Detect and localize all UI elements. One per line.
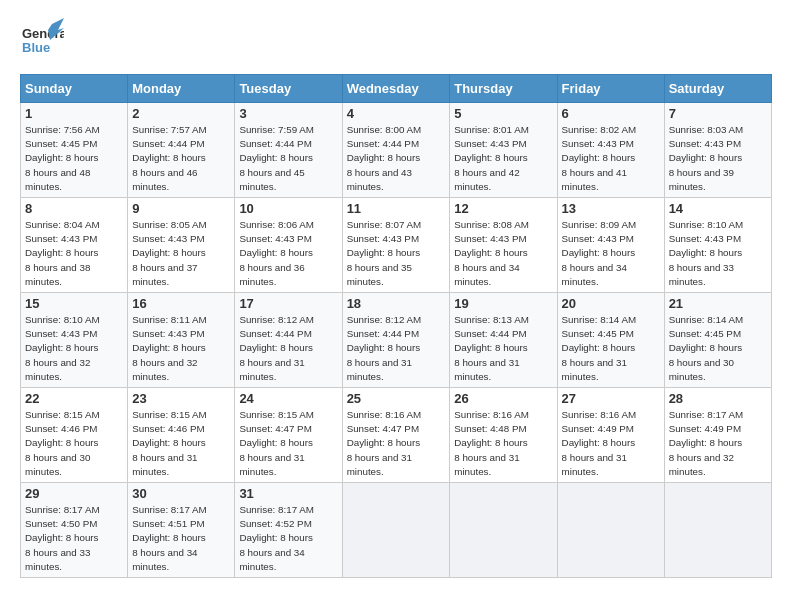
day-info: Sunrise: 8:11 AMSunset: 4:43 PMDaylight:… (132, 313, 230, 384)
calendar-cell: 29Sunrise: 8:17 AMSunset: 4:50 PMDayligh… (21, 483, 128, 578)
logo-icon: General Blue (20, 18, 64, 66)
day-number: 3 (239, 106, 337, 121)
day-number: 31 (239, 486, 337, 501)
day-info: Sunrise: 8:04 AMSunset: 4:43 PMDaylight:… (25, 218, 123, 289)
day-info: Sunrise: 8:17 AMSunset: 4:52 PMDaylight:… (239, 503, 337, 574)
day-info: Sunrise: 8:00 AMSunset: 4:44 PMDaylight:… (347, 123, 446, 194)
day-number: 14 (669, 201, 767, 216)
calendar-cell: 31Sunrise: 8:17 AMSunset: 4:52 PMDayligh… (235, 483, 342, 578)
calendar-cell: 26Sunrise: 8:16 AMSunset: 4:48 PMDayligh… (450, 388, 557, 483)
calendar-header-friday: Friday (557, 75, 664, 103)
calendar-cell: 23Sunrise: 8:15 AMSunset: 4:46 PMDayligh… (128, 388, 235, 483)
calendar-header-thursday: Thursday (450, 75, 557, 103)
calendar-cell (557, 483, 664, 578)
day-info: Sunrise: 8:15 AMSunset: 4:47 PMDaylight:… (239, 408, 337, 479)
day-info: Sunrise: 8:01 AMSunset: 4:43 PMDaylight:… (454, 123, 552, 194)
calendar-week-5: 29Sunrise: 8:17 AMSunset: 4:50 PMDayligh… (21, 483, 772, 578)
day-number: 24 (239, 391, 337, 406)
calendar-week-1: 1Sunrise: 7:56 AMSunset: 4:45 PMDaylight… (21, 103, 772, 198)
calendar-cell: 9Sunrise: 8:05 AMSunset: 4:43 PMDaylight… (128, 198, 235, 293)
day-number: 15 (25, 296, 123, 311)
calendar-cell: 11Sunrise: 8:07 AMSunset: 4:43 PMDayligh… (342, 198, 450, 293)
calendar-cell: 30Sunrise: 8:17 AMSunset: 4:51 PMDayligh… (128, 483, 235, 578)
day-info: Sunrise: 8:16 AMSunset: 4:49 PMDaylight:… (562, 408, 660, 479)
calendar-cell: 1Sunrise: 7:56 AMSunset: 4:45 PMDaylight… (21, 103, 128, 198)
day-info: Sunrise: 8:15 AMSunset: 4:46 PMDaylight:… (25, 408, 123, 479)
calendar-cell: 2Sunrise: 7:57 AMSunset: 4:44 PMDaylight… (128, 103, 235, 198)
day-info: Sunrise: 8:09 AMSunset: 4:43 PMDaylight:… (562, 218, 660, 289)
calendar-week-2: 8Sunrise: 8:04 AMSunset: 4:43 PMDaylight… (21, 198, 772, 293)
calendar: SundayMondayTuesdayWednesdayThursdayFrid… (20, 74, 772, 578)
day-info: Sunrise: 7:57 AMSunset: 4:44 PMDaylight:… (132, 123, 230, 194)
calendar-cell: 3Sunrise: 7:59 AMSunset: 4:44 PMDaylight… (235, 103, 342, 198)
calendar-cell: 6Sunrise: 8:02 AMSunset: 4:43 PMDaylight… (557, 103, 664, 198)
calendar-cell: 20Sunrise: 8:14 AMSunset: 4:45 PMDayligh… (557, 293, 664, 388)
day-number: 12 (454, 201, 552, 216)
calendar-cell: 24Sunrise: 8:15 AMSunset: 4:47 PMDayligh… (235, 388, 342, 483)
calendar-cell: 13Sunrise: 8:09 AMSunset: 4:43 PMDayligh… (557, 198, 664, 293)
day-info: Sunrise: 8:12 AMSunset: 4:44 PMDaylight:… (347, 313, 446, 384)
day-info: Sunrise: 8:10 AMSunset: 4:43 PMDaylight:… (669, 218, 767, 289)
day-info: Sunrise: 8:17 AMSunset: 4:50 PMDaylight:… (25, 503, 123, 574)
calendar-cell: 22Sunrise: 8:15 AMSunset: 4:46 PMDayligh… (21, 388, 128, 483)
day-number: 9 (132, 201, 230, 216)
calendar-cell: 5Sunrise: 8:01 AMSunset: 4:43 PMDaylight… (450, 103, 557, 198)
day-number: 18 (347, 296, 446, 311)
day-info: Sunrise: 8:17 AMSunset: 4:51 PMDaylight:… (132, 503, 230, 574)
svg-text:Blue: Blue (22, 40, 50, 55)
calendar-cell: 8Sunrise: 8:04 AMSunset: 4:43 PMDaylight… (21, 198, 128, 293)
calendar-cell (450, 483, 557, 578)
day-number: 26 (454, 391, 552, 406)
calendar-cell: 7Sunrise: 8:03 AMSunset: 4:43 PMDaylight… (664, 103, 771, 198)
day-info: Sunrise: 8:13 AMSunset: 4:44 PMDaylight:… (454, 313, 552, 384)
calendar-cell: 12Sunrise: 8:08 AMSunset: 4:43 PMDayligh… (450, 198, 557, 293)
day-number: 21 (669, 296, 767, 311)
day-number: 16 (132, 296, 230, 311)
calendar-header-monday: Monday (128, 75, 235, 103)
calendar-cell: 25Sunrise: 8:16 AMSunset: 4:47 PMDayligh… (342, 388, 450, 483)
day-number: 27 (562, 391, 660, 406)
header: General Blue (20, 18, 772, 66)
day-number: 6 (562, 106, 660, 121)
calendar-header-wednesday: Wednesday (342, 75, 450, 103)
calendar-cell (342, 483, 450, 578)
day-number: 10 (239, 201, 337, 216)
calendar-cell: 16Sunrise: 8:11 AMSunset: 4:43 PMDayligh… (128, 293, 235, 388)
day-number: 25 (347, 391, 446, 406)
day-number: 5 (454, 106, 552, 121)
day-info: Sunrise: 8:16 AMSunset: 4:47 PMDaylight:… (347, 408, 446, 479)
day-number: 19 (454, 296, 552, 311)
day-info: Sunrise: 8:14 AMSunset: 4:45 PMDaylight:… (562, 313, 660, 384)
day-info: Sunrise: 8:15 AMSunset: 4:46 PMDaylight:… (132, 408, 230, 479)
day-number: 2 (132, 106, 230, 121)
calendar-week-4: 22Sunrise: 8:15 AMSunset: 4:46 PMDayligh… (21, 388, 772, 483)
day-info: Sunrise: 8:03 AMSunset: 4:43 PMDaylight:… (669, 123, 767, 194)
day-number: 30 (132, 486, 230, 501)
day-info: Sunrise: 8:07 AMSunset: 4:43 PMDaylight:… (347, 218, 446, 289)
calendar-cell: 4Sunrise: 8:00 AMSunset: 4:44 PMDaylight… (342, 103, 450, 198)
day-number: 11 (347, 201, 446, 216)
day-number: 20 (562, 296, 660, 311)
day-number: 17 (239, 296, 337, 311)
calendar-cell: 18Sunrise: 8:12 AMSunset: 4:44 PMDayligh… (342, 293, 450, 388)
calendar-header-sunday: Sunday (21, 75, 128, 103)
calendar-cell: 10Sunrise: 8:06 AMSunset: 4:43 PMDayligh… (235, 198, 342, 293)
day-info: Sunrise: 8:02 AMSunset: 4:43 PMDaylight:… (562, 123, 660, 194)
calendar-header-saturday: Saturday (664, 75, 771, 103)
calendar-week-3: 15Sunrise: 8:10 AMSunset: 4:43 PMDayligh… (21, 293, 772, 388)
calendar-cell (664, 483, 771, 578)
calendar-header-tuesday: Tuesday (235, 75, 342, 103)
day-info: Sunrise: 8:14 AMSunset: 4:45 PMDaylight:… (669, 313, 767, 384)
calendar-header-row: SundayMondayTuesdayWednesdayThursdayFrid… (21, 75, 772, 103)
calendar-cell: 15Sunrise: 8:10 AMSunset: 4:43 PMDayligh… (21, 293, 128, 388)
logo: General Blue (20, 18, 64, 66)
day-info: Sunrise: 8:16 AMSunset: 4:48 PMDaylight:… (454, 408, 552, 479)
day-number: 13 (562, 201, 660, 216)
day-info: Sunrise: 8:12 AMSunset: 4:44 PMDaylight:… (239, 313, 337, 384)
calendar-cell: 17Sunrise: 8:12 AMSunset: 4:44 PMDayligh… (235, 293, 342, 388)
day-info: Sunrise: 8:10 AMSunset: 4:43 PMDaylight:… (25, 313, 123, 384)
day-number: 22 (25, 391, 123, 406)
day-number: 23 (132, 391, 230, 406)
calendar-cell: 19Sunrise: 8:13 AMSunset: 4:44 PMDayligh… (450, 293, 557, 388)
calendar-cell: 14Sunrise: 8:10 AMSunset: 4:43 PMDayligh… (664, 198, 771, 293)
